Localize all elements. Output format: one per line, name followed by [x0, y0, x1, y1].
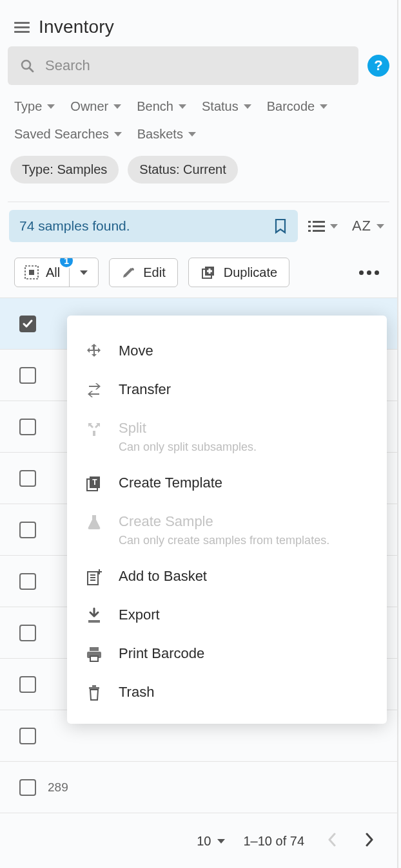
menu-item-label: Print Barcode [119, 645, 204, 662]
svg-rect-28 [92, 685, 96, 687]
chevron-down-icon [47, 104, 55, 109]
filter-owner[interactable]: Owner [70, 99, 121, 114]
flask-icon [85, 513, 103, 531]
filter-label: Bench [137, 99, 173, 114]
action-toolbar: All 1 Edit Duplicate [0, 245, 397, 292]
page-range: 1–10 of 74 [243, 834, 304, 849]
chip-type[interactable]: Type: Samples [10, 156, 119, 184]
prev-page-button[interactable] [322, 829, 342, 854]
filter-status[interactable]: Status [202, 99, 251, 114]
add-to-basket-icon [85, 568, 103, 586]
print-icon [85, 645, 103, 663]
svg-rect-9 [29, 270, 34, 275]
filter-bar-2: Saved Searches Baskets [0, 118, 397, 148]
svg-rect-2 [308, 221, 311, 223]
select-all-split-button: All 1 [14, 258, 99, 287]
results-banner: 74 samples found. [9, 210, 298, 242]
more-actions-button[interactable] [350, 264, 388, 281]
sort-label: AZ [352, 218, 371, 234]
active-filter-chips: Type: Samples Status: Current [0, 148, 397, 193]
split-icon [85, 420, 103, 438]
list-item[interactable]: 289 [0, 762, 397, 813]
menu-item-print-barcode[interactable]: Print Barcode [67, 635, 387, 674]
menu-item-move[interactable]: Move [67, 332, 387, 371]
filter-label: Baskets [137, 127, 183, 142]
help-button[interactable]: ? [367, 55, 389, 77]
check-icon [22, 318, 34, 330]
chevron-down-icon [80, 270, 88, 275]
topbar: Inventory [0, 0, 397, 46]
search-input[interactable] [44, 57, 347, 75]
chevron-down-icon [377, 224, 384, 229]
view-controls: AZ [308, 218, 388, 234]
menu-icon[interactable] [14, 22, 30, 33]
results-count-text: 74 samples found. [19, 218, 130, 234]
filter-type[interactable]: Type [14, 99, 55, 114]
transfer-icon [85, 381, 103, 399]
row-checkbox[interactable] [19, 316, 36, 332]
chevron-down-icon [217, 839, 225, 844]
edit-button[interactable]: Edit [109, 258, 177, 287]
row-checkbox[interactable] [19, 728, 36, 744]
filter-barcode[interactable]: Barcode [267, 99, 328, 114]
menu-item-subtext: Can only split subsamples. [119, 440, 257, 454]
page-title: Inventory [39, 17, 114, 37]
svg-rect-26 [90, 656, 98, 661]
svg-rect-5 [313, 225, 325, 227]
filter-baskets[interactable]: Baskets [137, 127, 196, 142]
svg-rect-7 [313, 230, 325, 232]
view-mode-button[interactable] [308, 220, 338, 232]
menu-item-export[interactable]: Export [67, 596, 387, 635]
rows-per-page[interactable]: 10 [197, 834, 225, 849]
menu-item-transfer[interactable]: Transfer [67, 371, 387, 410]
svg-rect-6 [308, 230, 311, 232]
download-icon [85, 607, 103, 625]
row-checkbox[interactable] [19, 625, 36, 641]
menu-item-label: Trash [119, 684, 154, 701]
edit-label: Edit [143, 265, 165, 280]
pencil-icon [121, 265, 135, 279]
menu-item-trash[interactable]: Trash [67, 674, 387, 712]
search-row: ? [0, 46, 397, 85]
row-checkbox[interactable] [19, 367, 36, 384]
create-template-icon: T [85, 475, 103, 493]
chevron-down-icon [179, 104, 186, 109]
bookmark-icon[interactable] [273, 218, 288, 234]
row-checkbox[interactable] [19, 779, 36, 796]
svg-text:T: T [92, 478, 97, 487]
row-checkbox[interactable] [19, 676, 36, 693]
svg-rect-13 [207, 270, 212, 272]
chip-status[interactable]: Status: Current [128, 156, 238, 184]
menu-item-label: Transfer [119, 381, 171, 398]
trash-icon [85, 684, 103, 702]
chevron-down-icon [114, 132, 122, 137]
row-checkbox[interactable] [19, 470, 36, 487]
svg-rect-4 [308, 225, 311, 227]
duplicate-button[interactable]: Duplicate [188, 258, 289, 287]
filter-bar: Type Owner Bench Status Barcode [0, 85, 397, 118]
menu-item-create-template[interactable]: T Create Template [67, 464, 387, 503]
chevron-down-icon [244, 104, 251, 109]
filter-label: Type [14, 99, 42, 114]
row-checkbox[interactable] [19, 573, 36, 590]
more-actions-menu: Move Transfer Split Can only split subsa… [67, 316, 387, 724]
sort-button[interactable]: AZ [352, 218, 384, 234]
svg-rect-3 [313, 221, 325, 223]
chevron-down-icon [330, 224, 338, 229]
filter-label: Status [202, 99, 239, 114]
chevron-down-icon [113, 104, 121, 109]
next-page-button[interactable] [360, 829, 379, 854]
duplicate-icon [200, 265, 216, 280]
filter-bench[interactable]: Bench [137, 99, 186, 114]
filter-saved-searches[interactable]: Saved Searches [14, 127, 122, 142]
svg-rect-23 [88, 620, 100, 623]
select-all-button[interactable]: All 1 [15, 258, 69, 287]
row-checkbox[interactable] [19, 522, 36, 538]
move-icon [85, 343, 103, 361]
chevron-right-icon [365, 833, 374, 847]
row-checkbox[interactable] [19, 419, 36, 435]
filter-label: Saved Searches [14, 127, 109, 142]
menu-item-subtext: Can only create samples from templates. [119, 534, 329, 547]
search-input-wrap[interactable] [8, 46, 358, 85]
menu-item-add-to-basket[interactable]: Add to Basket [67, 558, 387, 596]
